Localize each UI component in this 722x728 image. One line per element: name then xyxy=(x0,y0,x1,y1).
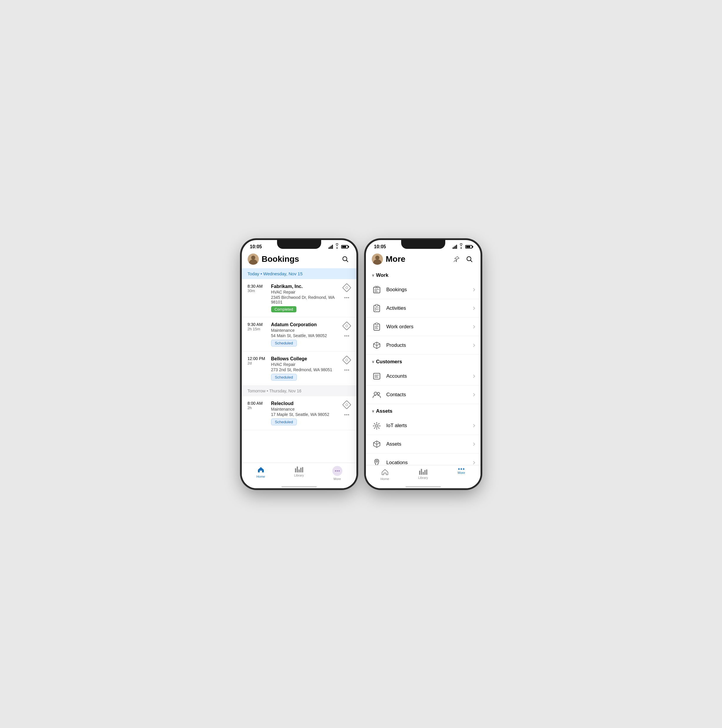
status-time-right: 10:05 xyxy=(374,244,386,249)
more-item-accounts[interactable]: Accounts xyxy=(366,367,480,385)
chevron-work: ∨ xyxy=(372,273,375,277)
right-phone: 10:05 More xyxy=(366,240,480,488)
status-badge-4: Scheduled xyxy=(271,419,297,425)
bookings-title: Bookings xyxy=(262,254,338,264)
more-icon-3[interactable] xyxy=(343,366,350,374)
more-item-products[interactable]: Products xyxy=(366,336,480,355)
workorders-label: Work orders xyxy=(387,324,472,330)
more-list[interactable]: ∨ Work Bookings xyxy=(366,268,480,465)
assets-label: Assets xyxy=(387,441,472,447)
workorders-icon xyxy=(372,322,382,332)
tab-home-right[interactable]: Home xyxy=(366,468,404,481)
bookings-icon xyxy=(372,285,382,295)
navigate-icon-3[interactable] xyxy=(343,356,350,364)
booking-item-4[interactable]: 8:00 AM 2h Relecloud Maintenance 17 Mapl… xyxy=(242,396,356,430)
activities-label: Activities xyxy=(387,305,472,311)
more-icon-4[interactable] xyxy=(343,411,350,419)
booking-info-3: Bellows College HVAC Repair 273 2nd St, … xyxy=(271,356,340,381)
home-tab-label-right: Home xyxy=(381,477,389,481)
svg-line-1 xyxy=(346,260,348,262)
search-button-left[interactable] xyxy=(340,254,350,265)
tab-more-left[interactable]: More xyxy=(318,466,356,481)
accounts-label: Accounts xyxy=(387,373,472,379)
notch-right xyxy=(401,240,445,249)
chevron-customers: ∨ xyxy=(372,360,375,364)
chevron-right-locations xyxy=(472,461,475,464)
chevron-right-contacts xyxy=(472,393,475,396)
svg-rect-5 xyxy=(373,287,380,293)
status-icons-right xyxy=(453,245,472,249)
wifi-icon xyxy=(335,245,340,249)
avatar-right[interactable] xyxy=(372,254,383,265)
more-item-assets[interactable]: Assets xyxy=(366,435,480,454)
chevron-right-activities xyxy=(472,306,475,310)
more-icon-2[interactable] xyxy=(343,332,350,340)
status-icons-left xyxy=(329,245,348,249)
locations-icon xyxy=(372,458,382,465)
tab-library-left[interactable]: Library xyxy=(280,466,318,481)
svg-point-24 xyxy=(374,392,377,395)
screen-content-left: Bookings Today • Wednesday, Nov 15 8:30 … xyxy=(242,251,356,488)
search-button-right[interactable] xyxy=(464,254,475,265)
chevron-right-accounts xyxy=(472,375,475,378)
booking-info-4: Relecloud Maintenance 17 Maple St, Seatt… xyxy=(271,401,340,425)
svg-line-32 xyxy=(378,427,379,428)
more-item-activities[interactable]: Activities xyxy=(366,299,480,318)
more-item-contacts[interactable]: Contacts xyxy=(366,385,480,404)
more-page-title: More xyxy=(386,254,449,264)
booking-actions-4 xyxy=(343,401,350,419)
home-indicator-right xyxy=(366,486,480,488)
assets-icon xyxy=(372,439,382,449)
section-customers-label: Customers xyxy=(376,359,402,365)
booking-item-3[interactable]: 12:00 PM 2d Bellows College HVAC Repair … xyxy=(242,352,356,385)
iot-alerts-label: IoT alerts xyxy=(387,423,472,428)
booking-item-2[interactable]: 9:30 AM 2h 15m Adatum Corporation Mainte… xyxy=(242,317,356,352)
more-item-iot-alerts[interactable]: IoT alerts xyxy=(366,416,480,435)
more-circle-left xyxy=(332,466,342,476)
navigate-icon-1[interactable] xyxy=(343,284,350,292)
navigate-icon-4[interactable] xyxy=(343,401,350,408)
navigate-icon-2[interactable] xyxy=(343,322,350,330)
iot-alerts-icon xyxy=(372,421,382,431)
contacts-icon xyxy=(372,390,382,400)
signal-icon-right xyxy=(453,245,457,249)
activities-icon xyxy=(372,303,382,313)
more-item-bookings[interactable]: Bookings xyxy=(366,281,480,299)
battery-icon-right xyxy=(465,245,472,249)
library-tab-label-left: Library xyxy=(294,474,304,477)
battery-icon xyxy=(341,245,348,249)
status-badge-1: Completed xyxy=(271,306,297,312)
home-indicator-left xyxy=(242,486,356,488)
booking-time-1: 8:30 AM 30m xyxy=(248,284,271,293)
accounts-icon xyxy=(372,371,382,381)
bottom-nav-right: Home Library xyxy=(366,465,480,486)
chevron-right-workorders xyxy=(472,325,475,328)
more-item-workorders[interactable]: Work orders xyxy=(366,318,480,336)
status-badge-3: Scheduled xyxy=(271,374,297,381)
status-time-left: 10:05 xyxy=(250,244,262,249)
more-icon-1[interactable] xyxy=(343,294,350,301)
home-icon-left xyxy=(257,466,265,474)
avatar-left[interactable] xyxy=(248,254,259,265)
booking-actions-1 xyxy=(343,284,350,301)
svg-rect-12 xyxy=(376,304,378,306)
notch xyxy=(277,240,321,249)
tab-library-right[interactable]: Library xyxy=(404,468,442,481)
svg-line-33 xyxy=(378,423,379,424)
bookings-list[interactable]: 8:30 AM 30m Fabrikam, Inc. HVAC Repair 2… xyxy=(242,279,356,463)
tab-more-right[interactable]: More xyxy=(442,468,480,481)
more-item-locations[interactable]: Locations xyxy=(366,454,480,465)
booking-time-2: 9:30 AM 2h 15m xyxy=(248,322,271,331)
status-badge-2: Scheduled xyxy=(271,340,297,347)
svg-rect-6 xyxy=(375,286,376,288)
products-label: Products xyxy=(387,343,472,348)
pin-button[interactable] xyxy=(451,254,462,265)
chevron-right-products xyxy=(472,344,475,347)
booking-item-1[interactable]: 8:30 AM 30m Fabrikam, Inc. HVAC Repair 2… xyxy=(242,279,356,317)
products-icon xyxy=(372,340,382,350)
locations-label: Locations xyxy=(387,460,472,465)
tab-home-left[interactable]: Home xyxy=(242,466,280,481)
chevron-right-iot-alerts xyxy=(472,424,475,427)
more-tab-label-left: More xyxy=(333,477,341,481)
section-assets-label: Assets xyxy=(376,408,393,414)
